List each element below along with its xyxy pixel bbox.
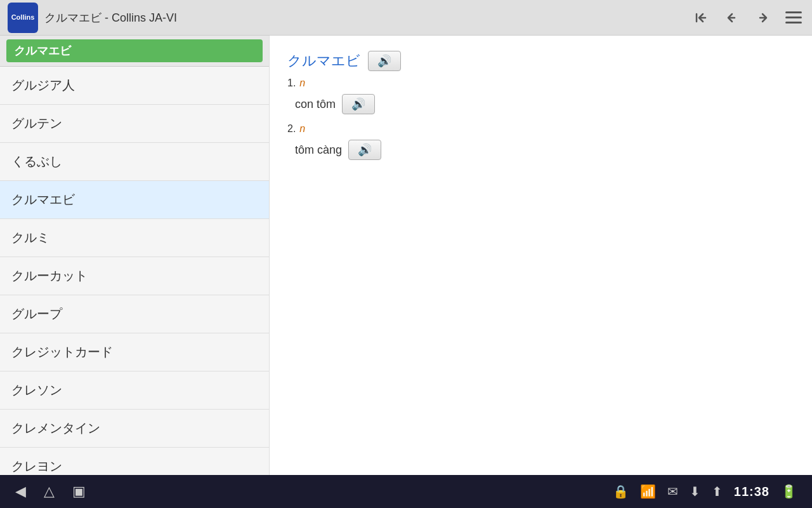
list-item-selected[interactable]: クルマエビ	[0, 181, 269, 219]
audio-button-main[interactable]: 🔊	[368, 51, 401, 71]
bottom-nav: ◀ △ ▣	[15, 483, 86, 500]
content-area: クルマエビ 🔊 1. n con tôm 🔊 2. n t	[270, 36, 812, 475]
def-number-1: 1.	[287, 77, 296, 89]
word-list: グルジア人 グルテン くるぶし クルマエビ クルミ クルーカット グループ クレ…	[0, 67, 269, 475]
back-nav-icon[interactable]: ◀	[15, 483, 26, 500]
back-alt-icon[interactable]	[691, 8, 712, 28]
list-item[interactable]: クレメンタイン	[0, 410, 269, 448]
list-item[interactable]: クレヨン	[0, 448, 269, 475]
pos-label-2: n	[299, 123, 305, 135]
list-item[interactable]: グルテン	[0, 105, 269, 143]
search-term: クルマエビ	[14, 43, 71, 58]
top-bar-left: Collins クルマエビ - Collins JA-VI	[8, 3, 177, 33]
audio-button-2[interactable]: 🔊	[348, 140, 381, 160]
def-number-2: 2.	[287, 123, 296, 135]
list-item[interactable]: くるぶし	[0, 143, 269, 181]
upload-icon: ⬆	[712, 484, 723, 499]
list-item[interactable]: グルジア人	[0, 67, 269, 105]
search-input-wrapper[interactable]: クルマエビ	[6, 39, 263, 62]
list-item[interactable]: クレソン	[0, 371, 269, 410]
definition-2: 2. n tôm càng 🔊	[287, 123, 794, 160]
app-logo-text: Collins	[11, 13, 35, 22]
speaker-icon-1: 🔊	[351, 97, 365, 111]
list-item[interactable]: グループ	[0, 295, 269, 333]
def-row-2: tôm càng 🔊	[295, 140, 794, 160]
recents-nav-icon[interactable]: ▣	[72, 483, 86, 500]
home-nav-icon[interactable]: △	[44, 483, 55, 500]
list-item[interactable]: クルミ	[0, 219, 269, 257]
def-number-row-1: 1. n	[287, 77, 794, 91]
def-row-1: con tôm 🔊	[295, 94, 794, 114]
list-item[interactable]: クルーカット	[0, 257, 269, 295]
search-bar: クルマエビ	[0, 36, 269, 67]
clock: 11:38	[734, 485, 769, 499]
entry-header: クルマエビ 🔊	[287, 51, 794, 71]
top-bar-right	[691, 8, 804, 28]
sidebar: クルマエビ グルジア人 グルテン くるぶし クルマエビ クルミ クルーカット グ…	[0, 36, 270, 475]
speaker-icon-2: 🔊	[358, 143, 372, 157]
mail-icon: ✉	[667, 484, 678, 499]
battery-icon: 🔋	[781, 484, 797, 499]
entry-word: クルマエビ	[287, 51, 360, 70]
app-logo: Collins	[8, 3, 38, 33]
sim-icon: 📶	[640, 484, 656, 499]
top-bar: Collins クルマエビ - Collins JA-VI	[0, 0, 812, 36]
security-icon: 🔒	[613, 484, 629, 499]
audio-button-1[interactable]: 🔊	[342, 94, 375, 114]
app-title: クルマエビ - Collins JA-VI	[44, 10, 177, 25]
translation-1: con tôm	[295, 98, 336, 111]
main: クルマエビ グルジア人 グルテン くるぶし クルマエビ クルミ クルーカット グ…	[0, 36, 812, 475]
pos-label-1: n	[299, 77, 305, 89]
speaker-icon: 🔊	[377, 54, 391, 68]
definition-1: 1. n con tôm 🔊	[287, 77, 794, 114]
translation-2: tôm càng	[295, 144, 342, 157]
def-number-row-2: 2. n	[287, 123, 794, 137]
download-icon: ⬇	[690, 484, 700, 499]
list-item[interactable]: クレジットカード	[0, 333, 269, 371]
forward-icon[interactable]	[752, 8, 773, 28]
back-icon[interactable]	[722, 8, 742, 28]
bottom-bar: ◀ △ ▣ 🔒 📶 ✉ ⬇ ⬆ 11:38 🔋	[0, 475, 812, 508]
menu-icon[interactable]	[783, 9, 804, 26]
status-bar: 🔒 📶 ✉ ⬇ ⬆ 11:38 🔋	[613, 484, 797, 499]
